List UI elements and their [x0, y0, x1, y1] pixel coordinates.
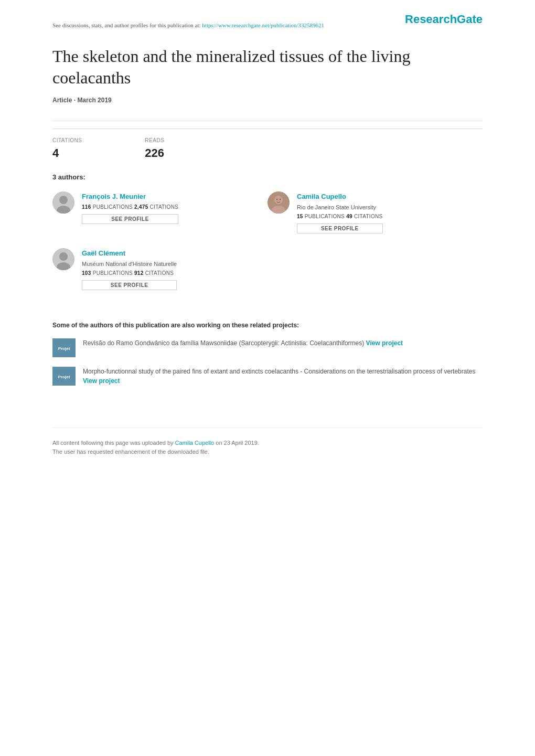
footer-note: All content following this page was uplo…	[52, 428, 483, 456]
project-item-2: Projet Morpho-functionnal study of the p…	[52, 367, 483, 386]
authors-section: 3 authors: François J. Meunier 116 PUBLI…	[52, 172, 483, 305]
author-institution-3: Muséum National d'Histoire Naturelle	[82, 260, 177, 269]
footer-text3: The user has requested enhancement of th…	[52, 449, 209, 455]
author-info-3: Gaël Clément Muséum National d'Histoire …	[82, 248, 177, 290]
author-avatar-2	[268, 191, 290, 214]
project-description-2: Morpho-functionnal study of the paired f…	[83, 368, 475, 375]
author-cit-count-3: 912	[134, 270, 144, 276]
author-info-2: Camila Cupello Rio de Janeiro State Univ…	[297, 191, 383, 233]
project-thumb-1: Projet	[52, 338, 76, 357]
author-cit-count-2: 49	[346, 214, 352, 219]
related-projects-section: Some of the authors of this publication …	[52, 321, 483, 386]
project-text-2: Morpho-functionnal study of the paired f…	[83, 367, 483, 386]
author-stats-2: 15 PUBLICATIONS 49 CITATIONS	[297, 212, 383, 220]
project-thumb-2: Projet	[52, 367, 76, 386]
reads-label: READS	[145, 136, 164, 144]
author-pub-count-2: 15	[297, 214, 303, 219]
stats-divider	[52, 121, 483, 121]
author-cit-label-1: CITATIONS	[150, 204, 179, 210]
publication-link[interactable]: https://www.researchgate.net/publication…	[202, 22, 324, 28]
author-institution-2: Rio de Janeiro State University	[297, 203, 383, 212]
stats-row: CITATIONS 4 READS 226	[52, 129, 483, 162]
paper-title: The skeleton and the mineralized tissues…	[52, 46, 483, 89]
author-pub-label-1: PUBLICATIONS	[93, 204, 134, 210]
reads-value: 226	[145, 144, 164, 162]
related-projects-title: Some of the authors of this publication …	[52, 321, 483, 330]
author-name-2[interactable]: Camila Cupello	[297, 191, 383, 202]
see-profile-button-2[interactable]: SEE PROFILE	[297, 223, 383, 233]
author-pub-label-2: PUBLICATIONS	[305, 214, 346, 219]
footer-line-2: The user has requested enhancement of th…	[52, 448, 483, 456]
svg-text:Projet: Projet	[58, 346, 70, 351]
footer-line-1: All content following this page was uplo…	[52, 439, 483, 448]
footer-uploader-link[interactable]: Camila Cupello	[175, 440, 215, 446]
author-avatar-3	[52, 248, 74, 270]
footer-date: on 23 April 2019.	[216, 440, 259, 446]
svg-point-4	[274, 196, 283, 204]
author-card-3: Gaël Clément Muséum National d'Histoire …	[52, 248, 268, 290]
project-link-1[interactable]: View project	[366, 339, 403, 347]
author-stats-3: 103 PUBLICATIONS 912 CITATIONS	[82, 269, 177, 277]
article-date: March 2019	[77, 97, 111, 104]
author-pub-label-3: PUBLICATIONS	[93, 270, 134, 276]
author-name-3[interactable]: Gaël Clément	[82, 248, 177, 259]
author-info-1: François J. Meunier 116 PUBLICATIONS 2,4…	[82, 191, 178, 224]
author-pub-count-3: 103	[82, 270, 91, 276]
article-meta: Article · March 2019	[52, 95, 483, 105]
authors-title: 3 authors:	[52, 172, 483, 183]
top-link-text: See discussions, stats, and author profi…	[52, 22, 201, 28]
project-item-1: Projet Revisão do Ramo Gondwânico da fam…	[52, 338, 483, 357]
author-pub-count-1: 116	[82, 204, 91, 210]
citations-block: CITATIONS 4	[52, 136, 82, 162]
author-stats-1: 116 PUBLICATIONS 2,475 CITATIONS	[82, 203, 178, 211]
authors-grid: François J. Meunier 116 PUBLICATIONS 2,4…	[52, 191, 483, 305]
author-cit-count-1: 2,475	[134, 204, 148, 210]
article-type: Article	[52, 97, 72, 104]
svg-point-7	[280, 199, 281, 200]
author-cit-label-3: CITATIONS	[145, 270, 174, 276]
author-cit-label-2: CITATIONS	[354, 214, 383, 219]
svg-point-1	[59, 196, 68, 204]
citations-label: CITATIONS	[52, 136, 82, 144]
reads-block: READS 226	[145, 136, 164, 162]
author-card-1: François J. Meunier 116 PUBLICATIONS 2,4…	[52, 191, 268, 233]
project-link-2[interactable]: View project	[83, 377, 120, 385]
svg-point-9	[59, 252, 68, 261]
author-card-2: Camila Cupello Rio de Janeiro State Univ…	[268, 191, 483, 233]
project-text-1: Revisão do Ramo Gondwânico da família Ma…	[83, 338, 403, 348]
footer-text1: All content following this page was uplo…	[52, 440, 174, 446]
page-wrapper: ResearchGate See discussions, stats, and…	[31, 0, 504, 487]
author-name-1[interactable]: François J. Meunier	[82, 191, 178, 202]
project-description-1: Revisão do Ramo Gondwânico da família Ma…	[83, 339, 364, 347]
see-profile-button-3[interactable]: SEE PROFILE	[82, 280, 177, 290]
brand-logo: ResearchGate	[405, 10, 483, 28]
citations-value: 4	[52, 144, 82, 162]
see-profile-button-1[interactable]: SEE PROFILE	[82, 214, 178, 224]
svg-text:Projet: Projet	[58, 375, 70, 379]
svg-point-6	[276, 199, 277, 200]
author-avatar-1	[52, 191, 74, 214]
